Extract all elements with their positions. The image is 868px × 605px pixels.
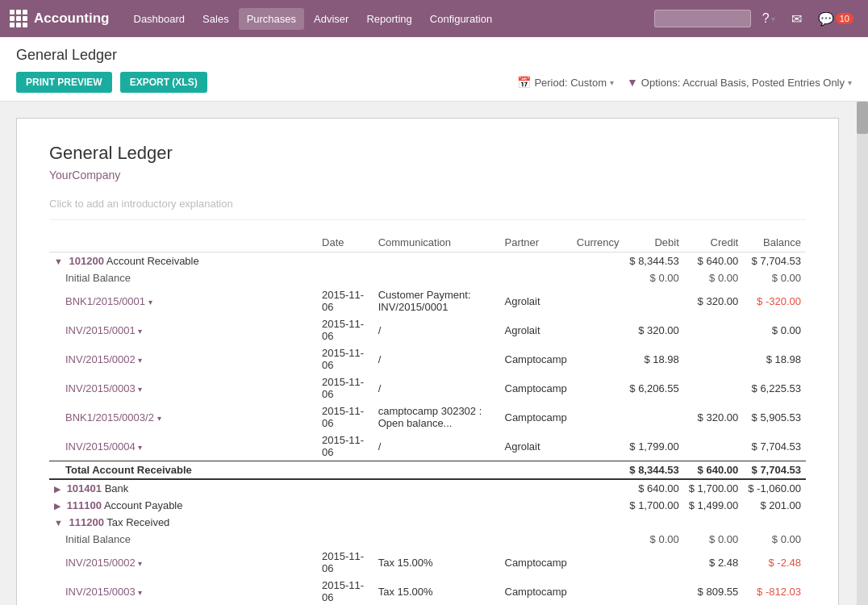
account-credit: $ 1,499.00 xyxy=(684,497,743,514)
account-partner xyxy=(500,514,572,531)
entry-row: INV/2015/0004 ▾ 2015-11-06 / Agrolait $ … xyxy=(49,432,806,461)
brand[interactable]: Accounting xyxy=(10,10,110,27)
ledger-body: ▼ 101200 Account Receivable $ 8,344.53 $… xyxy=(49,252,806,606)
entry-caret[interactable]: ▾ xyxy=(157,414,161,423)
account-header-row[interactable]: ▶ 111100 Account Payable $ 1,700.00 $ 1,… xyxy=(49,497,806,514)
initial-label: Initial Balance xyxy=(49,531,317,548)
account-header-row[interactable]: ▶ 101401 Bank $ 640.00 $ 1,700.00 $ -1,0… xyxy=(49,479,806,497)
entry-caret[interactable]: ▾ xyxy=(138,588,142,597)
period-selector[interactable]: 📅 Period: Custom ▾ xyxy=(517,76,614,89)
entry-debit: $ 6,206.55 xyxy=(624,373,683,403)
account-label[interactable]: ▼ 111200 Tax Received xyxy=(49,514,317,531)
entry-currency xyxy=(572,286,624,315)
period-options: 📅 Period: Custom ▾ ▼ Options: Accrual Ba… xyxy=(517,76,852,89)
total-row: Total Account Receivable $ 8,344.53 $ 64… xyxy=(49,461,806,480)
report-intro-placeholder[interactable]: Click to add an introductory explanation xyxy=(49,198,806,220)
scrollbar-thumb[interactable] xyxy=(857,102,868,134)
account-toggle-icon[interactable]: ▶ xyxy=(54,484,61,494)
entry-credit xyxy=(684,315,743,344)
entry-ref[interactable]: INV/2015/0002 ▾ xyxy=(49,548,317,577)
nav-search[interactable] xyxy=(654,10,751,27)
entry-caret[interactable]: ▾ xyxy=(138,559,142,568)
entry-ref[interactable]: INV/2015/0001 ▾ xyxy=(49,315,317,344)
account-label[interactable]: ▶ 111100 Account Payable xyxy=(49,497,317,514)
entry-balance: $ 5,905.53 xyxy=(743,403,806,432)
entry-debit: $ 320.00 xyxy=(624,315,683,344)
app-grid-icon[interactable] xyxy=(10,10,27,27)
options-label: Options: Accrual Basis, Posted Entries O… xyxy=(641,77,845,89)
total-credit: $ 640.00 xyxy=(684,461,743,480)
entry-comm: / xyxy=(373,432,500,461)
entry-ref[interactable]: INV/2015/0002 ▾ xyxy=(49,344,317,373)
report-container: General Ledger YourCompany Click to add … xyxy=(16,118,839,605)
options-selector[interactable]: ▼ Options: Accrual Basis, Posted Entries… xyxy=(627,76,852,89)
account-code: 101401 xyxy=(67,482,102,494)
entry-ref[interactable]: BNK1/2015/0003/2 ▾ xyxy=(49,403,317,432)
nav-dashboard[interactable]: Dashboard xyxy=(126,8,194,30)
account-partner xyxy=(500,497,572,514)
account-balance: $ 201.00 xyxy=(743,497,806,514)
account-toggle-icon[interactable]: ▼ xyxy=(54,257,63,266)
entry-link[interactable]: BNK1/2015/0003/2 xyxy=(65,411,154,424)
entry-row: BNK1/2015/0001 ▾ 2015-11-06 Customer Pay… xyxy=(49,286,806,315)
nav-purchases[interactable]: Purchases xyxy=(239,8,304,30)
account-label[interactable]: ▶ 101401 Bank xyxy=(49,479,317,497)
account-header-row[interactable]: ▼ 101200 Account Receivable $ 8,344.53 $… xyxy=(49,252,806,270)
entry-ref[interactable]: INV/2015/0003 ▾ xyxy=(49,373,317,403)
account-debit: $ 640.00 xyxy=(624,479,683,497)
search-input[interactable] xyxy=(654,10,751,27)
initial-credit: $ 0.00 xyxy=(684,531,743,548)
col-header-debit: Debit xyxy=(624,233,683,252)
account-toggle-icon[interactable]: ▶ xyxy=(54,501,61,511)
entry-caret[interactable]: ▾ xyxy=(138,385,142,394)
help-icon-button[interactable]: ? ▾ xyxy=(757,8,780,29)
filter-icon: ▼ xyxy=(627,76,638,89)
entry-caret[interactable]: ▾ xyxy=(138,443,142,452)
nav-sales[interactable]: Sales xyxy=(194,8,237,30)
entry-ref[interactable]: INV/2015/0004 ▾ xyxy=(49,432,317,461)
total-partner xyxy=(500,461,572,480)
mail-icon-button[interactable]: ✉ xyxy=(787,8,807,30)
account-partner xyxy=(500,479,572,497)
export-xls-button[interactable]: EXPORT (XLS) xyxy=(120,72,207,93)
entry-credit: $ 2.48 xyxy=(684,548,743,577)
print-preview-button[interactable]: PRINT PREVIEW xyxy=(16,72,112,93)
nav-items: Dashboard Sales Purchases Adviser Report… xyxy=(126,8,654,30)
account-label[interactable]: ▼ 101200 Account Receivable xyxy=(49,252,317,270)
account-date xyxy=(317,252,373,270)
chat-icon-button[interactable]: 💬 10 xyxy=(813,8,858,30)
account-currency xyxy=(572,252,624,270)
account-code: 101200 xyxy=(69,255,104,267)
entry-ref[interactable]: INV/2015/0003 ▾ xyxy=(49,577,317,605)
entry-ref[interactable]: BNK1/2015/0001 ▾ xyxy=(49,286,317,315)
entry-link[interactable]: BNK1/2015/0001 xyxy=(65,295,145,307)
report-company: YourCompany xyxy=(49,169,806,182)
initial-partner xyxy=(500,269,572,286)
initial-balance: $ 0.00 xyxy=(743,531,806,548)
entry-currency xyxy=(572,577,624,605)
nav-reporting[interactable]: Reporting xyxy=(358,8,419,30)
entry-caret[interactable]: ▾ xyxy=(138,327,142,336)
account-toggle-icon[interactable]: ▼ xyxy=(54,518,63,528)
entry-debit: $ 1,799.00 xyxy=(624,432,683,461)
entry-link[interactable]: INV/2015/0002 xyxy=(65,353,136,365)
nav-configuration[interactable]: Configuration xyxy=(422,8,500,30)
initial-debit: $ 0.00 xyxy=(624,269,683,286)
entry-caret[interactable]: ▾ xyxy=(148,298,152,307)
account-header-row[interactable]: ▼ 111200 Tax Received xyxy=(49,514,806,531)
entry-link[interactable]: INV/2015/0003 xyxy=(65,382,136,394)
entry-date: 2015-11-06 xyxy=(317,373,373,403)
entry-link[interactable]: INV/2015/0002 xyxy=(65,557,136,569)
initial-debit: $ 0.00 xyxy=(624,531,683,548)
entry-comm: / xyxy=(373,373,500,403)
entry-row: INV/2015/0001 ▾ 2015-11-06 / Agrolait $ … xyxy=(49,315,806,344)
entry-link[interactable]: INV/2015/0001 xyxy=(65,324,136,336)
initial-currency xyxy=(572,269,624,286)
entry-link[interactable]: INV/2015/0003 xyxy=(65,586,136,598)
entry-link[interactable]: INV/2015/0004 xyxy=(65,440,136,453)
nav-adviser[interactable]: Adviser xyxy=(306,8,357,30)
entry-date: 2015-11-06 xyxy=(317,344,373,373)
entry-caret[interactable]: ▾ xyxy=(138,356,142,365)
entry-date: 2015-11-06 xyxy=(317,548,373,577)
scrollbar-track[interactable] xyxy=(857,102,868,605)
